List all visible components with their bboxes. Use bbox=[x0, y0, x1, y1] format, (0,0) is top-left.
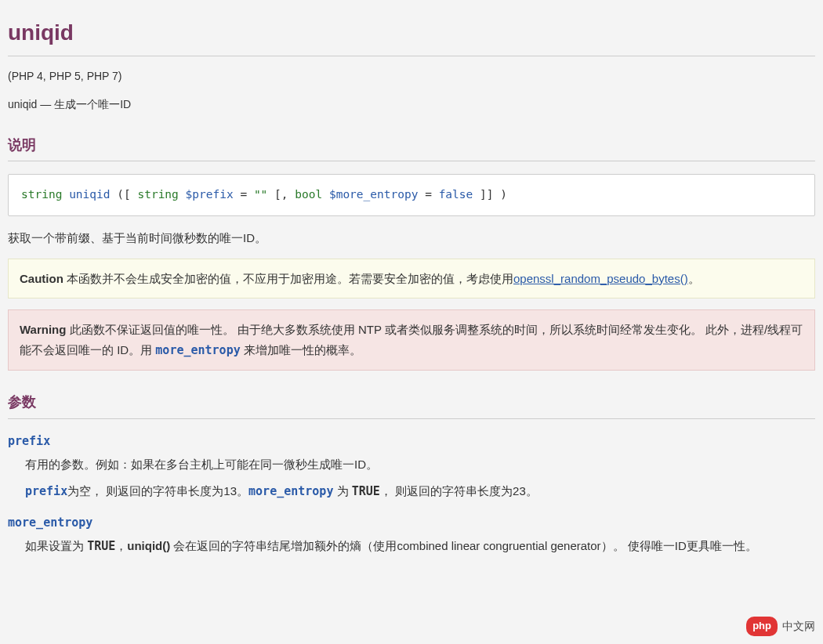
sig-p2-default: false bbox=[439, 188, 473, 201]
section-params-heading: 参数 bbox=[8, 391, 815, 419]
caution-tail: 。 bbox=[688, 272, 700, 285]
sig-p1-var: $prefix bbox=[186, 188, 234, 201]
summary-sep: — bbox=[37, 98, 54, 110]
param-more-entropy-name: more_entropy bbox=[8, 513, 815, 532]
caution-label: Caution bbox=[20, 272, 63, 285]
param-me-t3: 会在返回的字符串结尾增加额外的熵（使用combined linear congr… bbox=[170, 539, 757, 552]
sig-return-type: string bbox=[21, 188, 62, 201]
param-prefix-code1: prefix bbox=[25, 484, 67, 498]
warning-box: Warning 此函数不保证返回值的唯一性。 由于绝大多数系统使用 NTP 或者… bbox=[8, 309, 815, 371]
warning-code: more_entropy bbox=[155, 343, 240, 357]
summary-text: 生成一个唯一ID bbox=[54, 98, 131, 110]
param-prefix-const: TRUE bbox=[352, 484, 380, 498]
php-versions: (PHP 4, PHP 5, PHP 7) bbox=[8, 67, 815, 85]
sig-p2-type: bool bbox=[295, 188, 322, 201]
sig-p2-eq: = bbox=[418, 188, 438, 201]
sig-function-name: uniqid bbox=[69, 188, 110, 201]
param-prefix-d2c: ， 则返回的字符串长度为23。 bbox=[380, 484, 538, 497]
param-prefix-desc-1: 有用的参数。例如：如果在多台主机上可能在同一微秒生成唯一ID。 bbox=[25, 455, 815, 474]
param-prefix-name: prefix bbox=[8, 432, 815, 450]
param-me-t2: ， bbox=[115, 539, 127, 552]
sig-p1-eq: = bbox=[234, 188, 254, 201]
section-synopsis-heading: 说明 bbox=[8, 134, 815, 162]
sig-open: ([ bbox=[111, 188, 138, 201]
function-description: 获取一个带前缀、基于当前时间微秒数的唯一ID。 bbox=[8, 229, 815, 248]
sig-p1-default: "" bbox=[254, 188, 267, 201]
sig-close: ]] ) bbox=[473, 188, 507, 201]
sig-mid: [, bbox=[267, 188, 295, 201]
caution-box: Caution 本函数并不会生成安全加密的值，不应用于加密用途。若需要安全加密的… bbox=[8, 259, 815, 299]
summary-fn: uniqid bbox=[8, 98, 37, 110]
sig-p1-type: string bbox=[137, 188, 178, 201]
warning-text-1: 此函数不保证返回值的唯一性。 由于绝大多数系统使用 NTP 或者类似服务调整系统… bbox=[20, 323, 803, 356]
caution-link[interactable]: openssl_random_pseudo_bytes() bbox=[513, 272, 688, 285]
page-title: uniqid bbox=[8, 16, 815, 56]
param-more-entropy-desc: 如果设置为 TRUE，uniqid() 会在返回的字符串结尾增加额外的熵（使用c… bbox=[25, 537, 815, 555]
warning-text-2: 来增加唯一性的概率。 bbox=[241, 343, 361, 356]
param-me-fn: uniqid() bbox=[127, 539, 170, 552]
param-prefix-d2a: 为空， 则返回的字符串长度为13。 bbox=[67, 484, 248, 497]
function-summary: uniqid — 生成一个唯一ID bbox=[8, 96, 815, 113]
param-prefix-desc-2: prefix为空， 则返回的字符串长度为13。more_entropy 为 TR… bbox=[25, 482, 815, 501]
param-prefix-d2b: 为 bbox=[333, 484, 351, 497]
warning-label: Warning bbox=[20, 323, 66, 336]
caution-text: 本函数并不会生成安全加密的值，不应用于加密用途。若需要安全加密的值，考虑使用 bbox=[67, 272, 513, 285]
param-me-t1: 如果设置为 bbox=[25, 539, 87, 552]
function-signature: string uniqid ([ string $prefix = "" [, … bbox=[8, 174, 815, 215]
param-me-const: TRUE bbox=[87, 539, 115, 553]
parameter-list: prefix 有用的参数。例如：如果在多台主机上可能在同一微秒生成唯一ID。 p… bbox=[8, 432, 815, 555]
sig-p2-var: $more_entropy bbox=[329, 188, 419, 201]
param-prefix-code2: more_entropy bbox=[248, 484, 333, 498]
